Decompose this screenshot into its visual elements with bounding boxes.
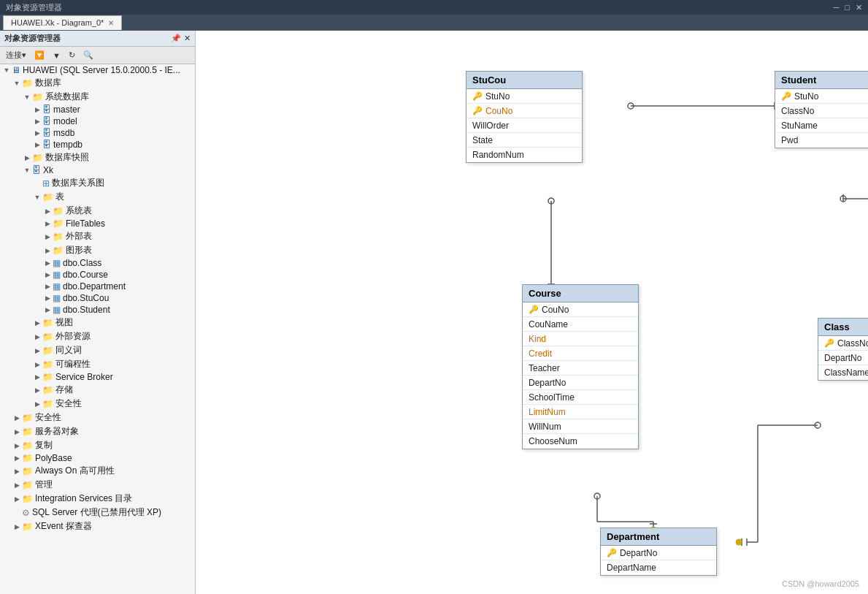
tree-item[interactable]: ▼🖥HUAWEI (SQL Server 15.0.2000.5 - IE...: [0, 64, 195, 76]
sidebar-tree: ▼🖥HUAWEI (SQL Server 15.0.2000.5 - IE...…: [0, 64, 195, 594]
expand-icon[interactable]: ▶: [42, 259, 53, 267]
expand-icon[interactable]: ▶: [42, 283, 53, 290]
expand-icon[interactable]: ▼: [1, 66, 12, 74]
search-icon[interactable]: 🔍: [80, 49, 96, 61]
close-sidebar-button[interactable]: ✕: [856, 3, 862, 12]
expand-icon[interactable]: ▶: [12, 495, 22, 503]
expand-icon[interactable]: ▶: [12, 454, 22, 462]
sidebar-title: 对象资源管理器: [4, 33, 61, 44]
expand-icon[interactable]: ▶: [12, 468, 22, 475]
tree-item[interactable]: ▶📁PolyBase: [0, 452, 195, 464]
tree-item[interactable]: ▶▦dbo.Class: [0, 257, 195, 269]
expand-icon[interactable]: ▶: [42, 207, 53, 215]
tree-item[interactable]: ▶📁数据库快照: [0, 151, 195, 164]
tree-item[interactable]: ▼🗄Xk: [0, 164, 195, 176]
expand-icon[interactable]: ▶: [32, 319, 42, 327]
expand-icon[interactable]: ▶: [12, 481, 22, 489]
folder-icon: 📁: [22, 522, 33, 532]
tree-item[interactable]: ▼📁系统数据库: [0, 90, 195, 104]
expand-icon[interactable]: ▶: [12, 414, 22, 422]
tree-item-label: 复制: [35, 439, 53, 452]
expand-icon[interactable]: ▶: [22, 154, 32, 161]
tree-item[interactable]: ▶📁存储: [0, 383, 195, 397]
tree-item[interactable]: ▶📁安全性: [0, 411, 195, 424]
expand-icon[interactable]: ▶: [32, 387, 42, 394]
expand-icon[interactable]: ▶: [42, 233, 53, 240]
diagram-area[interactable]: CSDN @howard2005 StuCou🔑StuNo🔑CouNoWillO…: [196, 31, 868, 594]
tree-item[interactable]: ▶📁XEvent 探查器: [0, 519, 195, 533]
tab-diagram[interactable]: HUAWEI.Xk - Diagram_0* ✕: [3, 15, 122, 30]
table-student[interactable]: Student🔑StuNoClassNoStuNamePwd: [775, 71, 868, 148]
sidebar-pin-icon[interactable]: 📌: [171, 34, 181, 43]
expand-icon[interactable]: ▶: [32, 333, 42, 340]
tree-item[interactable]: ▶📁服务器对象: [0, 424, 195, 438]
tree-item[interactable]: ▶🗄master: [0, 104, 195, 115]
tree-item[interactable]: ▶📁Integration Services 目录: [0, 492, 195, 506]
expand-icon[interactable]: ▼: [22, 167, 32, 174]
expand-icon[interactable]: ▶: [42, 247, 53, 254]
table-department[interactable]: Department🔑DepartNoDepartName: [600, 528, 717, 576]
expand-icon[interactable]: ▼: [22, 94, 32, 101]
tree-item-label: 安全性: [55, 397, 82, 410]
sidebar-close-icon[interactable]: ✕: [184, 34, 191, 43]
expand-icon[interactable]: ▶: [32, 373, 42, 381]
tree-item[interactable]: ▶▦dbo.Department: [0, 281, 195, 292]
agent-icon: ⚙: [22, 508, 30, 518]
expand-icon[interactable]: ▶: [32, 106, 42, 113]
table-header: Course: [523, 285, 638, 302]
pin-button[interactable]: ─: [834, 3, 840, 12]
refresh-icon[interactable]: ↻: [66, 49, 78, 61]
tree-item[interactable]: ▶▦dbo.Student: [0, 304, 195, 316]
expand-icon[interactable]: ▼: [32, 194, 42, 201]
tab-close-button[interactable]: ✕: [108, 19, 114, 27]
expand-icon[interactable]: ▶: [32, 118, 42, 125]
tree-item[interactable]: ▼📁数据库: [0, 76, 195, 90]
tree-item[interactable]: ▶📁可编程性: [0, 357, 195, 371]
expand-icon[interactable]: ▶: [32, 129, 42, 137]
tree-item[interactable]: ▶📁图形表: [0, 243, 195, 257]
tree-item[interactable]: ⚙SQL Server 代理(已禁用代理 XP): [0, 506, 195, 519]
tree-item[interactable]: ▼📁表: [0, 190, 195, 204]
expand-icon[interactable]: ▶: [42, 294, 53, 302]
expand-icon[interactable]: ▼: [12, 80, 22, 87]
tree-item[interactable]: ▶▦dbo.StuCou: [0, 292, 195, 304]
tree-item[interactable]: ▶📁Always On 高可用性: [0, 464, 195, 478]
tree-item[interactable]: ▶📁复制: [0, 438, 195, 452]
table-row: LimitNum: [523, 405, 638, 419]
connect-button[interactable]: 连接▾: [3, 48, 29, 62]
table-class[interactable]: Class🔑ClassNoDepartNoClassName: [818, 318, 868, 381]
expand-icon[interactable]: ▶: [12, 428, 22, 435]
float-button[interactable]: □: [845, 3, 850, 12]
expand-icon[interactable]: ▶: [12, 442, 22, 449]
tree-item[interactable]: ▶📁Service Broker: [0, 371, 195, 383]
expand-icon[interactable]: ▶: [32, 141, 42, 148]
tree-item[interactable]: ▶📁视图: [0, 316, 195, 330]
filter2-icon[interactable]: ▼: [50, 50, 64, 61]
tree-item[interactable]: ▶🗄msdb: [0, 127, 195, 139]
folder-icon: 📁: [53, 232, 64, 242]
expand-icon[interactable]: ▶: [42, 306, 53, 313]
tree-item[interactable]: ▶📁同义词: [0, 343, 195, 357]
tree-item[interactable]: ▶▦dbo.Course: [0, 269, 195, 281]
tree-item[interactable]: ▶📁管理: [0, 478, 195, 492]
tree-item[interactable]: ⊞数据库关系图: [0, 176, 195, 190]
tree-item[interactable]: ▶📁FileTables: [0, 218, 195, 229]
tree-item[interactable]: ▶📁系统表: [0, 204, 195, 218]
tree-item[interactable]: ▶🗄model: [0, 115, 195, 127]
tree-item[interactable]: ▶📁外部表: [0, 229, 195, 243]
tree-item-label: dbo.Class: [63, 258, 101, 268]
tree-item[interactable]: ▶🗄tempdb: [0, 139, 195, 151]
tree-item[interactable]: ▶📁安全性: [0, 397, 195, 411]
expand-icon[interactable]: ▶: [32, 361, 42, 368]
expand-icon[interactable]: ▶: [12, 523, 22, 530]
tree-item[interactable]: ▶📁外部资源: [0, 330, 195, 343]
expand-icon[interactable]: ▶: [32, 347, 42, 354]
table-stucou[interactable]: StuCou🔑StuNo🔑CouNoWillOrderStateRandomNu…: [466, 71, 583, 163]
filter-icon[interactable]: 🔽: [31, 49, 47, 61]
expand-icon[interactable]: ▶: [32, 400, 42, 408]
column-name: DepartNo: [824, 353, 861, 363]
column-name: StuNo: [794, 91, 818, 102]
expand-icon[interactable]: ▶: [42, 220, 53, 227]
table-course[interactable]: Course🔑CouNoCouNameKindCreditTeacherDepa…: [522, 284, 639, 449]
expand-icon[interactable]: ▶: [42, 271, 53, 278]
